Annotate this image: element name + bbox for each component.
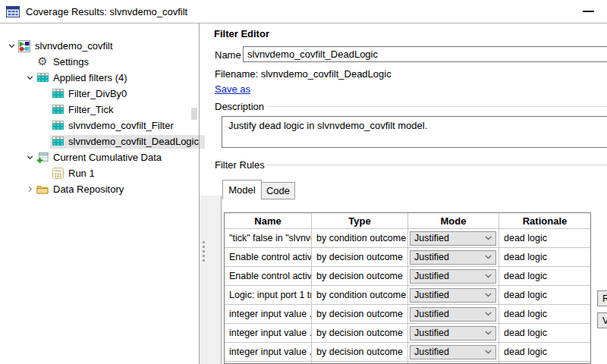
chevron-down-icon[interactable]	[24, 152, 35, 163]
scrollbar-grip-dot	[203, 259, 205, 262]
tree-item-label: Data Repository	[53, 184, 124, 195]
tree-item-label: Filter_Tick	[68, 104, 113, 115]
tree-item-label: Filter_DivBy0	[68, 88, 127, 99]
description-label: Description	[215, 101, 267, 112]
table-row: Logic: input port 1 tr... by condition o…	[225, 286, 590, 305]
filter-rules-groupbox-line	[266, 165, 607, 165]
rule-name: integer input value ...	[225, 324, 312, 343]
tree-item-data-repository[interactable]: Data Repository	[0, 181, 191, 197]
folder-icon	[36, 184, 49, 196]
tree-item-label: slvnvdemo_covfilt_Filter	[68, 120, 174, 131]
tree-item-covfilt-deadlogic[interactable]: slvnvdemo_covfilt_DeadLogic	[0, 133, 191, 149]
mode-dropdown[interactable]: Justified	[410, 269, 496, 284]
rule-type: by decision outcome	[312, 248, 408, 267]
tree-item-model[interactable]: slvnvdemo_covfilt	[0, 38, 191, 54]
rule-type: by condition outcome	[312, 229, 408, 248]
description-text: Justify dead logic in slvnvdemo_covfilt …	[228, 120, 427, 131]
rule-name: integer input value ...	[225, 305, 312, 324]
rule-name: Enable control activ...	[225, 267, 312, 286]
rule-rationale: dead logic	[499, 305, 590, 324]
window-title: Coverage Results: slvnvdemo_covfilt	[26, 6, 187, 17]
filter-editor-title: Filter Editor	[214, 28, 269, 39]
gear-icon: ⚙	[36, 56, 49, 68]
run-icon	[52, 168, 64, 180]
mode-dropdown[interactable]: Justified	[410, 288, 496, 303]
mode-dropdown[interactable]: Justified	[410, 231, 496, 246]
tree-item-filter-tick[interactable]: Filter_Tick	[0, 102, 191, 118]
rule-rationale: dead logic	[499, 267, 590, 286]
rule-name: Enable control activ...	[225, 248, 312, 267]
filter-icon	[52, 88, 64, 100]
chevron-down-icon	[485, 312, 492, 316]
filename-text: Filename: slvnvdemo_covfilt_DeadLogic	[215, 68, 392, 80]
filter-rules-label: Filter Rules	[215, 159, 268, 171]
tree-item-run-1[interactable]: Run 1	[0, 165, 191, 181]
table-row: integer input value ... by decision outc…	[225, 305, 590, 324]
filter-icon	[52, 104, 64, 116]
description-textarea[interactable]: Justify dead logic in slvnvdemo_covfilt …	[222, 116, 607, 148]
coverage-results-icon	[6, 6, 20, 17]
rule-rationale: dead logic	[499, 343, 590, 362]
chevron-down-icon[interactable]	[6, 41, 17, 52]
chevron-down-icon	[485, 255, 492, 259]
tree-scrollbar-thumb[interactable]	[191, 108, 197, 120]
minimize-button[interactable]	[575, 0, 601, 23]
rule-rationale: dead logic	[499, 229, 590, 248]
table-row: integer input value ... by decision outc…	[225, 343, 590, 362]
tree-item-settings[interactable]: ⚙ Settings	[0, 54, 191, 70]
cumulative-data-icon	[36, 152, 49, 164]
chevron-down-icon	[485, 350, 492, 354]
mode-dropdown[interactable]: Justified	[410, 326, 496, 340]
table-row: "tick" false in "slvnvd... by condition …	[225, 229, 590, 248]
view-button[interactable]: Vi	[597, 312, 607, 328]
tree-item-label: Run 1	[68, 168, 95, 179]
tree-item-applied-filters[interactable]: Applied filters (4)	[0, 70, 191, 86]
scrollbar-grip-dot	[203, 255, 205, 257]
table-row: integer input value ... by decision outc…	[225, 324, 590, 343]
rule-name: Logic: input port 1 tr...	[225, 286, 312, 305]
tab-model[interactable]: Model	[222, 180, 262, 199]
scrollbar-grip-dot	[203, 241, 205, 243]
name-label: Name	[215, 49, 241, 61]
filter-rules-table: Name Type Mode Rationale "tick" false in…	[224, 212, 591, 364]
tree-item-label: Current Cumulative Data	[53, 152, 162, 163]
selected-tree-item: slvnvdemo_covfilt_DeadLogic	[50, 135, 205, 149]
header-mode: Mode	[408, 213, 499, 229]
rule-type: by decision outcome	[312, 324, 408, 343]
mode-dropdown[interactable]: Justified	[410, 345, 496, 359]
mode-dropdown[interactable]: Justified	[410, 307, 496, 322]
table-row: Enable control activ... by decision outc…	[225, 267, 590, 286]
filter-icon	[52, 136, 64, 148]
tree-item-label: slvnvdemo_covfilt_DeadLogic	[68, 136, 199, 147]
chevron-right-icon[interactable]	[24, 184, 35, 195]
tree-item-covfilt-filter[interactable]: slvnvdemo_covfilt_Filter	[0, 118, 191, 133]
mode-dropdown[interactable]: Justified	[410, 250, 496, 265]
chevron-down-icon	[485, 331, 492, 335]
filter-name-input[interactable]	[243, 46, 607, 62]
remove-rule-button[interactable]: R	[597, 290, 607, 306]
tree-item-cumulative-data[interactable]: Current Cumulative Data	[0, 149, 191, 165]
rule-type: by decision outcome	[312, 305, 408, 324]
vertical-scrollbar[interactable]	[200, 196, 222, 364]
tree-item-filter-divby0[interactable]: Filter_DivBy0	[0, 86, 191, 102]
chevron-down-icon[interactable]	[24, 73, 35, 83]
save-as-link[interactable]: Save as	[215, 83, 250, 95]
description-groupbox-line	[267, 106, 607, 107]
rule-name: "tick" false in "slvnvd...	[225, 229, 312, 248]
scrollbar-grip-dot	[203, 246, 205, 248]
scrollbar-grip-dot	[203, 250, 205, 253]
tab-code[interactable]: Code	[262, 182, 295, 199]
rule-type: by decision outcome	[312, 343, 408, 362]
chevron-down-icon	[485, 274, 492, 278]
rule-rationale: dead logic	[499, 324, 590, 343]
chevron-down-icon	[485, 236, 492, 240]
tree-item-label: Settings	[53, 56, 89, 67]
header-name: Name	[225, 213, 312, 229]
minimize-icon	[583, 11, 594, 12]
rule-name: integer input value ...	[225, 343, 312, 362]
tree-item-label: slvnvdemo_covfilt	[35, 40, 113, 52]
table-header-row: Name Type Mode Rationale	[225, 213, 590, 229]
rule-rationale: dead logic	[499, 286, 590, 305]
results-tree: slvnvdemo_covfilt ⚙ Settings	[0, 38, 191, 197]
coverage-results-window: Coverage Results: slvnvdemo_covfilt	[0, 0, 607, 364]
